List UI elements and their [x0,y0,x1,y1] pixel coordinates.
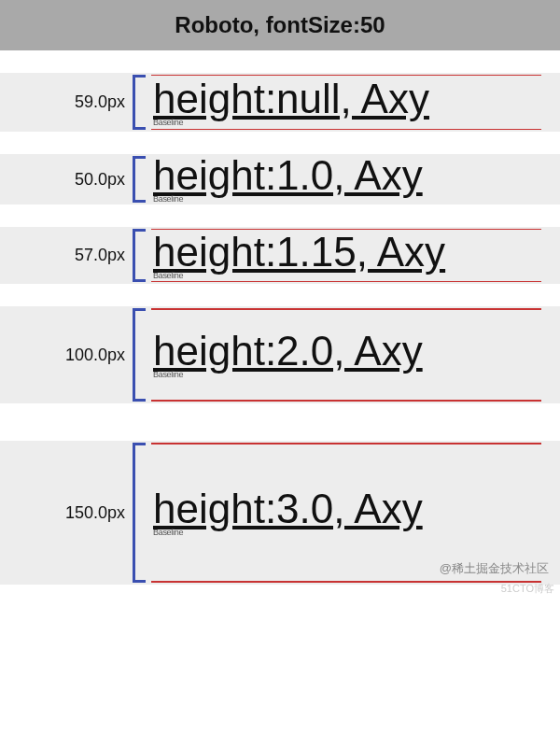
px-label: 57.0px [0,246,131,265]
pad-bot [151,379,541,400]
row-gap [0,205,560,227]
pad-top [151,445,541,488]
sample-text: height:2.0, Axy [151,331,541,372]
bottom-bound-line [151,400,541,402]
px-label: 50.0px [0,170,131,190]
sample-text: height:1.15, Axy [151,232,541,273]
bottom-bound-line [151,129,541,130]
sample-row: 57.0px height:1.15, Axy Baseline [0,227,560,284]
height-bracket-icon [131,75,147,130]
row-gap [0,284,560,306]
sample-box: height:2.0, Axy Baseline [147,308,547,402]
px-label: 59.0px [0,92,131,112]
page: Roboto, fontSize:50 59.0px height:null, … [0,0,560,607]
baseline-label: Baseline [151,119,541,127]
row-gap [0,50,560,73]
sample-text: height:3.0, Axy [151,488,541,529]
row-gap [0,132,560,154]
bottom-bound-line [151,281,541,282]
baseline-label: Baseline [151,529,541,537]
height-bracket-icon [131,156,147,203]
px-label: 100.0px [0,346,131,365]
sample-row: 59.0px height:null, Axy Baseline [0,73,560,132]
baseline-label: Baseline [151,272,541,280]
sample-text: height:null, Axy [151,78,541,120]
watermark-faint-text: 51CTO博客 [501,582,554,596]
watermark-text: @稀土掘金技术社区 [440,560,549,577]
height-bracket-icon [131,229,147,282]
sample-text: height:1.0, Axy [151,155,541,196]
row-gap [0,403,560,441]
sample-box: height:null, Axy Baseline [147,75,547,130]
baseline-label: Baseline [151,371,541,379]
bottom-bound-line [151,581,541,583]
sample-row: 50.0px height:1.0, Axy Baseline [0,154,560,205]
px-label: 150.0px [0,503,131,523]
height-bracket-icon [131,443,147,583]
row-gap [0,585,560,607]
sample-box: height:1.15, Axy Baseline [147,229,547,282]
sample-box: height:1.0, Axy Baseline [147,156,547,203]
sample-row: 100.0px height:2.0, Axy Baseline [0,306,560,403]
sample-row: 150.0px height:3.0, Axy Baseline @稀土掘金技术… [0,441,560,585]
baseline-label: Baseline [151,195,541,204]
height-bracket-icon [131,308,147,402]
page-title: Roboto, fontSize:50 [0,0,560,50]
